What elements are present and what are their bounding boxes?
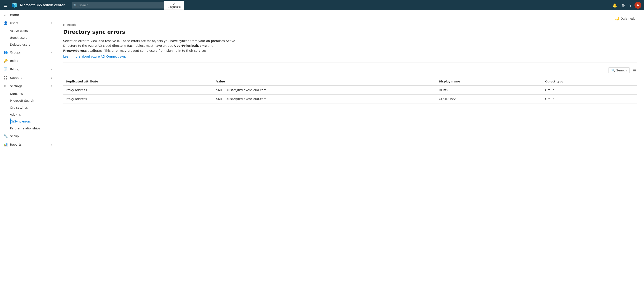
cell-object-type: Group [542, 86, 637, 95]
support-icon: 🎧 [4, 76, 8, 80]
cell-duplicated-attribute: Proxy address [63, 86, 214, 95]
description-bold-2: ProxyAddress [63, 49, 87, 52]
settings-nav-icon: ⚙ [4, 84, 8, 88]
groups-chevron-icon: ∨ [50, 51, 52, 54]
notifications-icon[interactable]: 🔔 [611, 2, 618, 9]
avatar[interactable]: A [634, 2, 642, 9]
groups-icon: 👥 [4, 50, 8, 54]
app-logo: Microsoft 365 admin center [11, 2, 64, 9]
table-header-row: Duplicated attribute Value Display name … [63, 78, 637, 86]
table-search-label: Search [616, 69, 627, 72]
table-filter-icon[interactable]: ≡ [632, 67, 637, 73]
cell-value: SMTP:DList2@fkd.exchcloud.com [214, 95, 436, 103]
home-icon: ⌂ [4, 13, 8, 17]
top-navigation: ☰ Microsoft 365 admin center 🔍 UI Diagno… [0, 0, 644, 11]
breadcrumb: Microsoft [63, 23, 637, 27]
sidebar-settings-submenu: Domains Microsoft Search Org settings Ad… [0, 90, 56, 132]
m365-logo-icon [11, 2, 18, 9]
cell-object-type: Group [542, 95, 637, 103]
support-chevron-icon: ∨ [50, 76, 52, 79]
sidebar-users-submenu: Active users Guest users Deleted users [0, 27, 56, 48]
sidebar-item-guest-users[interactable]: Guest users [10, 34, 56, 41]
sidebar-groups-label: Groups [10, 51, 48, 54]
data-table: Duplicated attribute Value Display name … [63, 78, 637, 103]
dark-mode-toggle[interactable]: 🌙 Dark mode [613, 16, 637, 22]
description-text-3: attributes. This error may prevent some … [87, 49, 208, 52]
top-right-actions: 🌙 Dark mode [63, 16, 637, 22]
search-input[interactable] [72, 2, 164, 9]
sidebar-reports-label: Reports [10, 143, 48, 146]
hamburger-menu[interactable]: ☰ [2, 2, 9, 9]
app-name: Microsoft 365 admin center [20, 3, 64, 7]
dark-mode-label: Dark mode [621, 17, 635, 20]
sidebar-support-label: Support [10, 76, 48, 79]
settings-chevron-icon: ∧ [50, 85, 52, 88]
sidebar-item-support[interactable]: 🎧 Support ∨ [0, 73, 56, 82]
sidebar-item-roles[interactable]: 🔑 Roles [0, 57, 56, 65]
learn-more-link[interactable]: Learn more about Azure AD Connect sync [63, 55, 126, 58]
sidebar-settings-label: Settings [10, 84, 48, 88]
cell-display-name: DList2 [436, 86, 542, 95]
cell-value: SMTP:DList2@fkd.exchcloud.com [214, 86, 436, 95]
table-row[interactable]: Proxy address SMTP:DList2@fkd.exchcloud.… [63, 86, 637, 95]
reports-chevron-icon: ∨ [50, 143, 52, 146]
users-icon: 👤 [4, 21, 8, 25]
table-toolbar: 🔍 Search ≡ [63, 67, 637, 75]
sidebar-item-add-ins[interactable]: Add-ins [10, 111, 56, 118]
sidebar-item-home[interactable]: ⌂ Home [0, 11, 56, 19]
roles-icon: 🔑 [4, 59, 8, 63]
table-row[interactable]: Proxy address SMTP:DList2@fkd.exchcloud.… [63, 95, 637, 103]
sidebar-item-microsoft-search[interactable]: Microsoft Search [10, 97, 56, 104]
description-bold-1: UserPrincipalName [174, 44, 207, 47]
settings-icon[interactable]: ⚙ [620, 2, 626, 9]
sidebar-item-active-users[interactable]: Active users [10, 27, 56, 34]
users-chevron-icon: ∧ [50, 22, 52, 25]
help-icon[interactable]: ? [628, 2, 633, 9]
table-search-icon: 🔍 [611, 69, 615, 72]
sidebar-item-dirsync-errors[interactable]: DirSync errors [10, 118, 56, 125]
reports-icon: 📊 [4, 142, 8, 147]
col-value: Value [214, 78, 436, 86]
table-header: Duplicated attribute Value Display name … [63, 78, 637, 86]
section-divider [63, 63, 637, 63]
ui-diagnostic-button[interactable]: UI Diagnostic [164, 1, 184, 10]
top-nav-actions: 🔔 ⚙ ? A [611, 2, 642, 9]
col-duplicated-attribute: Duplicated attribute [63, 78, 214, 86]
sidebar-item-billing[interactable]: 🧾 Billing ∨ [0, 65, 56, 73]
billing-icon: 🧾 [4, 67, 8, 71]
sidebar: ⌂ Home 👤 Users ∧ Active users Guest user… [0, 11, 56, 282]
search-icon: 🔍 [73, 4, 77, 7]
sidebar-item-settings[interactable]: ⚙ Settings ∧ [0, 82, 56, 90]
sidebar-item-org-settings[interactable]: Org settings [10, 104, 56, 111]
cell-display-name: Grp4DList2 [436, 95, 542, 103]
col-display-name: Display name [436, 78, 542, 86]
description-text-2: and [207, 44, 214, 47]
moon-icon: 🌙 [615, 17, 619, 21]
sidebar-item-partner-relationships[interactable]: Partner relationships [10, 125, 56, 132]
table-body: Proxy address SMTP:DList2@fkd.exchcloud.… [63, 86, 637, 103]
page-description: Select an error to view and resolve it. … [63, 39, 236, 53]
cell-duplicated-attribute: Proxy address [63, 95, 214, 103]
main-content: 🌙 Dark mode Microsoft Directory sync err… [56, 11, 644, 282]
sidebar-home-label: Home [10, 13, 52, 17]
sidebar-item-groups[interactable]: 👥 Groups ∨ [0, 48, 56, 57]
sidebar-item-deleted-users[interactable]: Deleted users [10, 41, 56, 48]
sidebar-roles-label: Roles [10, 59, 52, 63]
setup-icon: 🔧 [4, 134, 8, 138]
billing-chevron-icon: ∨ [50, 68, 52, 71]
sidebar-users-label: Users [10, 22, 48, 25]
col-object-type: Object type [542, 78, 637, 86]
main-layout: ⌂ Home 👤 Users ∧ Active users Guest user… [0, 11, 644, 282]
global-search[interactable]: 🔍 UI Diagnostic [72, 1, 184, 10]
sidebar-item-setup[interactable]: 🔧 Setup [0, 132, 56, 140]
table-search-button[interactable]: 🔍 Search [608, 67, 630, 73]
sidebar-billing-label: Billing [10, 68, 48, 71]
sidebar-setup-label: Setup [10, 134, 52, 138]
sidebar-item-domains[interactable]: Domains [10, 90, 56, 97]
page-title: Directory sync errors [63, 29, 637, 35]
sidebar-item-reports[interactable]: 📊 Reports ∨ [0, 140, 56, 149]
sidebar-item-users[interactable]: 👤 Users ∧ [0, 19, 56, 27]
